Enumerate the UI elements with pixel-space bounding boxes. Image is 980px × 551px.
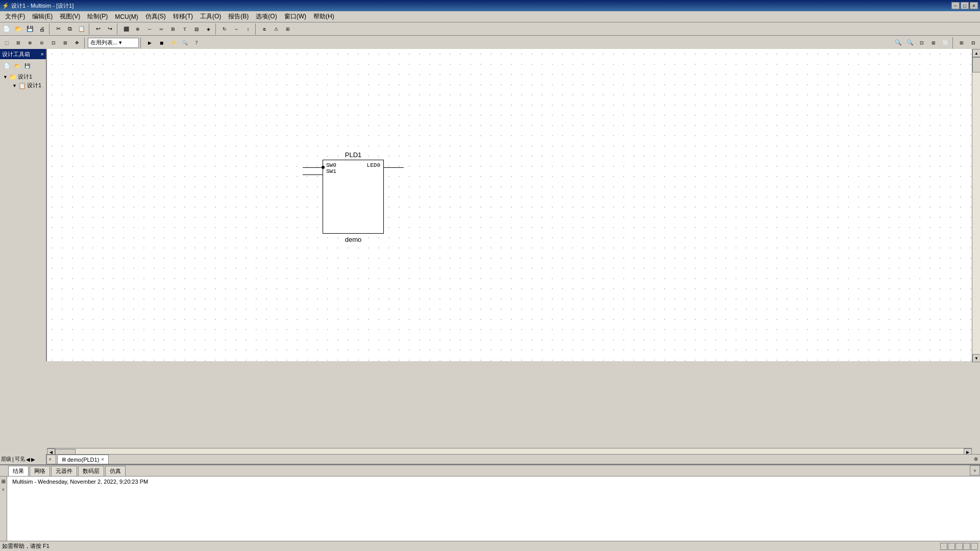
output-tab-digital[interactable]: 数码层 <box>78 466 104 476</box>
close-button[interactable]: × <box>970 2 978 9</box>
toolbox-body: 📄 📂 💾 ▼ 📁 设计1 ▼ 📋 设计1 <box>0 59 46 92</box>
title-bar: ⚡ 设计1 - Multisim - [设计1] − □ × <box>0 0 980 11</box>
tb-zoom-in[interactable]: ⊕ <box>24 37 36 48</box>
tb-sim1[interactable]: ▶ <box>144 37 155 48</box>
tb-sim4[interactable]: 🔍 <box>179 37 190 48</box>
toolbox-new[interactable]: 📄 <box>2 61 11 70</box>
menu-options[interactable]: 选项(O) <box>253 12 280 22</box>
nav-arrow-right[interactable]: ▶ <box>31 457 35 462</box>
tb-zoom-in2[interactable]: 🔍 <box>893 37 904 48</box>
scroll-track-v[interactable] <box>972 57 980 354</box>
menu-draw[interactable]: 绘制(P) <box>84 12 111 22</box>
tb-copy[interactable]: ⧉ <box>64 23 76 35</box>
menu-mcu[interactable]: MCU(M) <box>112 12 141 22</box>
output-tab-components[interactable]: 元器件 <box>51 466 77 476</box>
tb-zoom-area[interactable]: ⊞ <box>60 37 71 48</box>
menu-reports[interactable]: 报告(B) <box>225 12 252 22</box>
tb-sim3[interactable]: ⚡ <box>167 37 179 48</box>
tb-undo[interactable]: ↩ <box>92 23 104 35</box>
tb-hierarchical[interactable]: ▤ <box>191 23 202 35</box>
toolbox-save[interactable]: 💾 <box>22 61 32 70</box>
nav-arrow-left[interactable]: ◀ <box>26 457 30 462</box>
tb-pan[interactable]: ✥ <box>71 37 83 48</box>
sep8 <box>952 37 954 48</box>
tb-wire[interactable]: ─ <box>144 23 155 35</box>
output-left-panel: ⊞ × <box>0 477 7 542</box>
tb-fullscreen[interactable]: ⬜ <box>940 37 951 48</box>
expand-icon-child: ▼ <box>12 83 17 88</box>
menu-transfer[interactable]: 转移(T) <box>170 12 196 22</box>
tb-grid2[interactable]: ⊟ <box>968 37 979 48</box>
output-tab-results[interactable]: 结果 <box>8 466 29 476</box>
tb-layers[interactable]: ⊞ <box>282 23 293 35</box>
tb-component[interactable]: ⬛ <box>120 23 132 35</box>
tb-annotate[interactable]: ⍺ <box>259 23 270 35</box>
tb-new[interactable]: 📄 <box>1 23 12 35</box>
menu-file[interactable]: 文件(F) <box>2 12 28 22</box>
pld-component[interactable]: PLD1 SW0 LED0 SW1 demo <box>323 151 384 243</box>
menu-window[interactable]: 窗口(W) <box>281 12 309 22</box>
vertical-scrollbar[interactable]: ▲ ▼ <box>972 49 980 362</box>
output-panel-close-button[interactable]: × <box>970 465 980 475</box>
main-canvas[interactable]: PLD1 SW0 LED0 SW1 demo <box>47 49 972 361</box>
vert-close-button[interactable]: × <box>0 486 7 493</box>
tb-erc[interactable]: ⚠ <box>271 23 282 35</box>
design-toolbox-panel: 设计工具箱 × 📄 📂 💾 ▼ 📁 设计1 ▼ 📋 设计1 <box>0 49 47 361</box>
tb-connectors[interactable]: ◈ <box>203 23 214 35</box>
tb-zoom-out[interactable]: ⊖ <box>36 37 47 48</box>
tb-grid1[interactable]: ⊞ <box>956 37 967 48</box>
tb-print[interactable]: 🖨 <box>36 23 47 35</box>
menu-help[interactable]: 帮助(H) <box>310 12 337 22</box>
tab-demo-close[interactable]: × <box>101 457 104 462</box>
tb-open[interactable]: 📂 <box>13 23 24 35</box>
restore-button[interactable]: □ <box>961 2 969 9</box>
window-title: 设计1 - Multisim - [设计1] <box>11 2 74 10</box>
title-bar-controls: − □ × <box>951 2 978 9</box>
tb-help[interactable]: ? <box>191 37 202 48</box>
tb-select[interactable]: ⬚ <box>1 37 12 48</box>
vert-text-button[interactable]: ⊞ <box>0 479 7 485</box>
tb-rotate[interactable]: ↻ <box>219 23 230 35</box>
menu-view[interactable]: 视图(V) <box>57 12 83 22</box>
tb-save[interactable]: 💾 <box>24 23 36 35</box>
menu-tools[interactable]: 工具(O) <box>197 12 224 22</box>
pld-box[interactable]: SW0 LED0 SW1 <box>323 160 384 234</box>
tb-zoom-fit[interactable]: ⊡ <box>48 37 59 48</box>
toolbox-header: 设计工具箱 × <box>0 49 46 59</box>
tb-zoom-fit2[interactable]: ⊡ <box>916 37 927 48</box>
tb-bus[interactable]: ═ <box>156 23 167 35</box>
toolbox-close-icon[interactable]: × <box>41 51 44 57</box>
nav-tab-visible[interactable]: 可见 <box>15 456 25 463</box>
scroll-thumb-v[interactable] <box>972 57 980 72</box>
nav-tab-hierarchy[interactable]: 层级 <box>1 456 11 463</box>
tree-root[interactable]: ▼ 📁 设计1 <box>2 72 44 81</box>
scroll-up-button[interactable]: ▲ <box>972 49 980 57</box>
menu-simulate[interactable]: 仿真(S) <box>142 12 169 22</box>
tb-zoom-out2[interactable]: 🔍 <box>904 37 916 48</box>
tab-demo[interactable]: ⊞ demo(PLD1) × <box>57 455 109 464</box>
tb-text[interactable]: T <box>179 23 190 35</box>
menu-edit[interactable]: 编辑(E) <box>29 12 56 22</box>
tb-net[interactable]: ⊞ <box>167 23 179 35</box>
minimize-button[interactable]: − <box>951 2 960 9</box>
scroll-down-button[interactable]: ▼ <box>972 354 980 362</box>
tab-settings-button[interactable]: ⚙ <box>972 455 980 464</box>
tb-flip-v[interactable]: ↕ <box>242 23 254 35</box>
tb-junction[interactable]: ⊕ <box>132 23 143 35</box>
tb-paste[interactable]: 📋 <box>76 23 87 35</box>
output-tab-sim[interactable]: 仿真 <box>105 466 126 476</box>
output-tab-network[interactable]: 网络 <box>30 466 50 476</box>
tb-sim2[interactable]: ◼ <box>156 37 167 48</box>
indicator3 <box>955 543 963 550</box>
tree-child[interactable]: ▼ 📋 设计1 <box>2 81 44 90</box>
tb-redo[interactable]: ↪ <box>104 23 115 35</box>
tb-cut[interactable]: ✂ <box>53 23 64 35</box>
tb-view-mode[interactable]: ⊞ <box>13 37 24 48</box>
active-list-label: 在用列表... <box>90 39 117 46</box>
tb-flip-h[interactable]: ↔ <box>231 23 242 35</box>
toolbox-open[interactable]: 📂 <box>12 61 21 70</box>
tab-design1-close[interactable]: × <box>48 457 52 462</box>
tb-zoom-area2[interactable]: ⊞ <box>928 37 939 48</box>
active-list-dropdown[interactable]: 在用列表... ▾ <box>88 38 139 48</box>
wire-sw1 <box>303 174 323 175</box>
